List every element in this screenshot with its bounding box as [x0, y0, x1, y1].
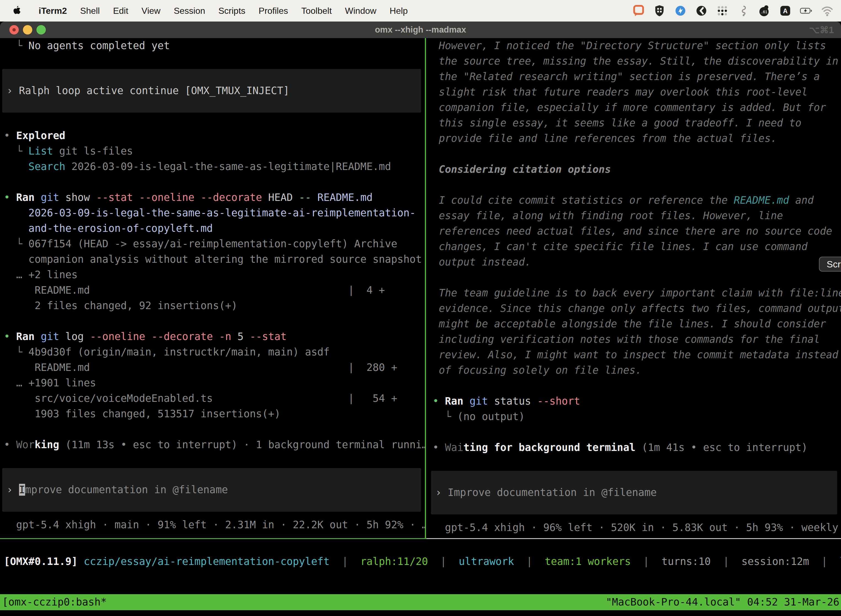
model-status-line: gpt-5.4 xhigh · 96% left · 520K in · 5.8… — [433, 520, 841, 535]
menu-item-profiles[interactable]: Profiles — [252, 6, 294, 16]
menu-item-scripts[interactable]: Scripts — [212, 6, 252, 16]
window-title-bar[interactable]: omx --xhigh --madmax ⌥⌘1 — [0, 22, 841, 38]
menu-item-session[interactable]: Session — [167, 6, 212, 16]
terminal-line: └ 4b9d30f (origin/main, instructkr/main,… — [4, 345, 425, 360]
terminal-pane-left[interactable]: └ No agents completed yet› Ralph loop ac… — [0, 38, 425, 538]
menu-status-icons: ..61A — [632, 4, 834, 18]
terminal-line: 2 files changed, 92 insertions(+) — [4, 298, 425, 314]
terminal-line: 1903 files changed, 513517 insertions(+) — [4, 406, 425, 422]
tmux-session-name[interactable]: [omx-cczip0:bash* — [2, 594, 107, 610]
screen-popup-label: Scre — [827, 259, 841, 270]
screen-popup[interactable]: Scre — [819, 257, 841, 271]
terminal-line: might be acceptable alongside the file l… — [433, 316, 841, 332]
menu-item-shell[interactable]: Shell — [74, 6, 107, 16]
terminal-blank-line — [4, 314, 425, 329]
terminal-line: … +2 lines — [4, 267, 425, 283]
prompt-input-text: › Ralph loop active continue [OMX_TMUX_I… — [7, 83, 289, 98]
window-shortcut: ⌥⌘1 — [809, 25, 834, 35]
terminal-line: essay file, along with finding root file… — [433, 208, 841, 224]
terminal-line: I could cite commit statistics or refere… — [433, 193, 841, 208]
terminal-line: slight risk that future readers may over… — [433, 84, 841, 100]
dots-grid-icon[interactable] — [716, 4, 729, 18]
terminal-line: • Ran git log --oneline --decorate -n 5 … — [4, 329, 425, 345]
hook-icon[interactable] — [737, 4, 750, 18]
model-status-line: gpt-5.4 xhigh · main · 91% left · 2.31M … — [4, 517, 425, 532]
menu-item-iterm2[interactable]: iTerm2 — [32, 6, 74, 16]
terminal-line: output instead. — [433, 254, 841, 270]
terminal-line: └ List git ls-files — [4, 144, 425, 159]
wifi-icon[interactable] — [820, 4, 834, 18]
svg-text:A: A — [783, 7, 788, 15]
terminal-blank-line — [433, 146, 841, 162]
terminal-blank-line — [4, 175, 425, 190]
pane-divider-vertical[interactable] — [425, 38, 426, 538]
terminal-blank-line — [433, 270, 841, 285]
menu-item-edit[interactable]: Edit — [107, 6, 135, 16]
terminal-line: changes, I can't cite specific file line… — [433, 239, 841, 254]
prompt-input-text: › Improve documentation in @filename — [435, 485, 657, 500]
pane-border-bottom-right — [426, 538, 841, 539]
terminal-line: However, I noticed the "Directory Struct… — [433, 38, 841, 54]
terminal-line: • Explored — [4, 128, 425, 144]
menu-items: iTerm2ShellEditViewSessionScriptsProfile… — [32, 6, 415, 16]
apple-icon[interactable] — [12, 6, 21, 16]
a-key-icon[interactable]: A — [779, 4, 792, 18]
window-title: omx --xhigh --madmax — [0, 25, 841, 35]
terminal-line: provide file and line references from th… — [433, 131, 841, 146]
menu-item-toolbelt[interactable]: Toolbelt — [294, 6, 338, 16]
terminal-line: • Ran git status --short — [433, 393, 841, 409]
terminal-line: README.md | 4 + — [4, 283, 425, 298]
terminal-line: including verification notes with those … — [433, 332, 841, 347]
terminal-line: … +1901 lines — [4, 375, 425, 391]
terminal-line: companion analysis without altering the … — [4, 252, 425, 267]
terminal-blank-line — [433, 177, 841, 193]
terminal-line: Considering citation options — [433, 162, 841, 177]
terminal-line: Search 2026-03-09-is-legal-the-same-as-l… — [4, 159, 425, 175]
menu-item-window[interactable]: Window — [338, 6, 383, 16]
menu-bar: iTerm2ShellEditViewSessionScriptsProfile… — [0, 0, 841, 22]
prompt-input-text: › Improve documentation in @filename — [7, 482, 228, 497]
screen: iTerm2ShellEditViewSessionScriptsProfile… — [0, 0, 841, 616]
pane-border-bottom-left — [0, 538, 426, 539]
terminal-blank-line — [4, 422, 425, 437]
terminal-blank-line — [433, 424, 841, 440]
prompt-input[interactable]: › Improve documentation in @filename — [431, 471, 837, 515]
terminal-blank-line — [433, 378, 841, 393]
battery-icon[interactable] — [800, 4, 813, 18]
terminal-line: The team guideline is to back every impo… — [433, 285, 841, 301]
prompt-input[interactable]: › Ralph loop active continue [OMX_TMUX_I… — [2, 69, 421, 113]
tmux-host-clock: "MacBook-Pro-44.local" 04:52 31-Mar-26 — [606, 594, 840, 610]
terminal-line: evidence. Since this change only affects… — [433, 301, 841, 316]
terminal-line: └ 067f154 (HEAD -> essay/ai-reimplementa… — [4, 236, 425, 252]
terminal-pane-right[interactable]: However, I noticed the "Directory Struct… — [426, 38, 841, 538]
kaleidoscope-icon[interactable] — [695, 4, 708, 18]
svg-text:..61: ..61 — [761, 10, 767, 14]
terminal-line: references need actual files, and since … — [433, 224, 841, 239]
menu-item-view[interactable]: View — [135, 6, 167, 16]
menu-item-help[interactable]: Help — [383, 6, 415, 16]
omx-status-line: [OMX#0.11.9] cczip/essay/ai-reimplementa… — [0, 554, 841, 569]
terminal-line: • Waiting for background terminal (1m 41… — [433, 440, 841, 455]
terminal-line: • Working (11m 13s • esc to interrupt) ·… — [4, 437, 425, 453]
terminal-line: └ No agents completed yet — [4, 38, 425, 54]
terminal-line: └ (no output) — [433, 409, 841, 424]
terminal-line: review. Also, I might want to inspect th… — [433, 347, 841, 363]
terminal-line: 2026-03-09-is-legal-the-same-as-legitima… — [4, 205, 425, 221]
terminal-line: src/voice/voiceModeEnabled.ts | 54 + — [4, 391, 425, 406]
shield-grid-icon[interactable] — [653, 4, 666, 18]
chat-app-icon[interactable] — [632, 4, 645, 18]
prompt-input[interactable]: › Improve documentation in @filename — [2, 468, 421, 512]
terminal-line: the source tree, missing the essay. Stil… — [433, 54, 841, 69]
blue-badge-icon[interactable] — [674, 4, 687, 18]
terminal-line: this single essay, it seems like a good … — [433, 115, 841, 131]
terminal-blank-line — [4, 113, 425, 128]
terminal-line: README.md | 280 + — [4, 360, 425, 375]
terminal-line: companion file, especially if more comme… — [433, 100, 841, 115]
timer-badge-icon[interactable]: ..61 — [757, 4, 771, 18]
terminal-line: • Ran git show --stat --oneline --decora… — [4, 190, 425, 205]
terminal-line: the "Related research writing" section i… — [433, 69, 841, 84]
terminal-line: of focusing solely on file lines. — [433, 363, 841, 378]
tmux-status-bar: [omx-cczip0:bash* "MacBook-Pro-44.local"… — [0, 594, 841, 610]
terminal-line: and-the-erosion-of-copyleft.md — [4, 221, 425, 236]
